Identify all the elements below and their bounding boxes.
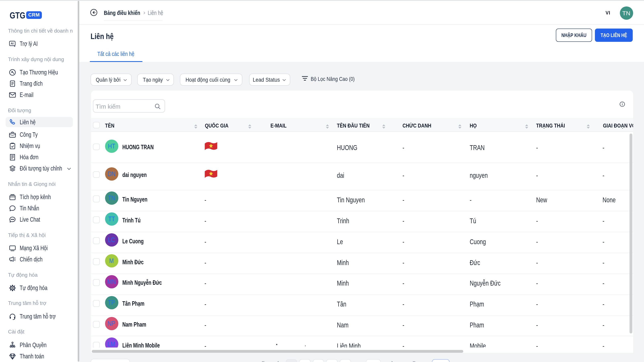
svg-text:AI: AI (11, 42, 14, 45)
